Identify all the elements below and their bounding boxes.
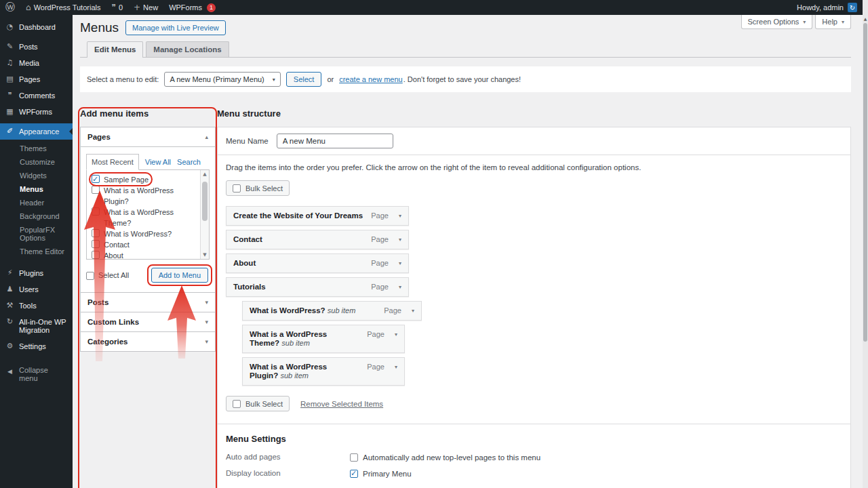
list-scrollbar-thumb[interactable] [202,182,208,221]
remove-selected-items-link[interactable]: Remove Selected Items [300,400,383,408]
checkbox[interactable] [92,229,100,237]
expand-item-icon[interactable]: ▾ [412,308,414,314]
checkbox-checked[interactable] [92,175,100,183]
sidebar-label: All-in-One WP Migration [19,318,67,334]
custom-links-accordion-header[interactable]: Custom Links ▾ [81,312,215,331]
menu-item-row[interactable]: Contact Page▾ [226,230,409,249]
posts-accordion: Posts ▾ [80,292,216,312]
display-location-control[interactable]: Primary Menu [350,469,412,478]
screen-options-label: Screen Options [748,18,800,26]
submenu-item-theme-editor[interactable]: Theme Editor [0,245,73,258]
tab-search[interactable]: Search [177,155,201,169]
sidebar-item-media[interactable]: ♫ Media [0,55,73,71]
sidebar-item-all-in-one-wp-migration[interactable]: ↻ All-in-One WP Migration [0,314,73,338]
select-all-control[interactable]: Select All [86,271,129,280]
menu-item-row[interactable]: Create the Website of Your Dreams Page▾ [226,206,409,226]
tab-most-recent[interactable]: Most Recent [86,154,139,170]
scrollbar-thumb[interactable] [863,23,867,342]
scroll-up-icon[interactable]: ▲ [863,16,868,21]
submenu-item-popularfx-options[interactable]: PopularFX Options [0,223,73,245]
checkbox[interactable] [92,251,100,259]
scroll-down-icon[interactable]: ▼ [203,252,206,258]
screen-options-button[interactable]: Screen Options ▾ [741,15,813,29]
select-menu-button[interactable]: Select [286,72,322,87]
sidebar-item-pages[interactable]: ▤ Pages [0,71,73,87]
create-new-menu-link[interactable]: create a new menu [339,75,403,83]
submenu-item-background[interactable]: Background [0,209,73,223]
menu-item-row[interactable]: Tutorials Page▾ [226,277,409,297]
sidebar-item-settings[interactable]: ⚙ Settings [0,338,73,354]
submenu-item-widgets[interactable]: Widgets [0,169,73,182]
expand-item-icon[interactable]: ▾ [399,260,401,266]
page-checkbox-item[interactable]: Sample Page [92,174,197,185]
menu-item-row-sub[interactable]: What is a WordPress Plugin? sub item Pag… [242,357,405,386]
posts-accordion-header[interactable]: Posts ▾ [81,293,215,312]
expand-item-icon[interactable]: ▾ [399,237,401,243]
menu-select-dropdown[interactable]: A new Menu (Primary Menu) ▾ [164,72,280,87]
sidebar-label: WPForms [19,108,52,116]
primary-menu-text: Primary Menu [363,470,412,478]
sidebar-collapse-menu[interactable]: ◀ Collapse menu [0,362,73,386]
wp-logo-menu[interactable]: Ⓦ [0,0,20,15]
menu-item-row[interactable]: About Page▾ [226,253,409,273]
sidebar-item-comments[interactable]: ❞ Comments [0,87,73,104]
sidebar-label: Comments [19,92,55,100]
page-checkbox-item[interactable]: Contact [92,239,197,250]
browser-scrollbar[interactable]: ▲ [863,0,868,488]
wpforms-notification-badge: 1 [207,3,216,12]
submenu-item-menus[interactable]: Menus [0,182,73,196]
menu-item-label: What is a WordPress Plugin? sub item [250,363,351,380]
menu-name-input[interactable] [277,134,393,148]
add-to-menu-button[interactable]: Add to Menu [151,268,208,283]
page-checkbox-item[interactable]: What is a WordPress Theme? [92,207,197,228]
help-button[interactable]: Help ▾ [815,15,851,29]
sidebar-item-wpforms[interactable]: ▦ WPForms [0,104,73,120]
page-checkbox-item[interactable]: What is a WordPress Plugin? [92,185,197,207]
page-checkbox-item[interactable]: About [92,250,197,260]
sidebar-item-appearance[interactable]: ✐ Appearance [0,123,73,140]
auto-add-pages-label: Auto add pages [226,453,350,461]
checkbox[interactable] [92,186,100,194]
sidebar-item-posts[interactable]: ✎ Posts [0,39,73,55]
checkbox[interactable] [92,207,100,216]
new-content-menu[interactable]: + New [128,0,163,15]
sidebar-item-users[interactable]: ♟ Users [0,281,73,298]
sidebar-item-plugins[interactable]: ⚡ Plugins [0,265,73,281]
menu-name-label: Menu Name [226,137,269,145]
checkbox[interactable] [92,240,100,248]
submenu-item-header[interactable]: Header [0,196,73,209]
pages-accordion-header[interactable]: Pages ▴ [81,127,215,147]
site-name-link[interactable]: ⌂ WordPress Tutorials [20,0,106,15]
primary-menu-checkbox-checked[interactable] [350,470,358,478]
scroll-up-icon[interactable]: ▲ [203,171,206,177]
auto-add-pages-control[interactable]: Automatically add new top-level pages to… [350,453,540,462]
sidebar-item-dashboard[interactable]: ◔ Dashboard [0,19,73,35]
expand-item-icon[interactable]: ▾ [395,331,397,338]
admin-sidebar: ◔ Dashboard ✎ Posts ♫ Media ▤ Pages ❞ Co… [0,15,73,488]
account-menu[interactable]: Howdy, admin ↻ [797,0,868,15]
expand-item-icon[interactable]: ▾ [399,284,401,290]
submenu-item-customize[interactable]: Customize [0,155,73,169]
expand-item-icon[interactable]: ▾ [399,213,401,219]
bulk-select-control-bottom[interactable]: Bulk Select [226,396,290,411]
tab-manage-locations[interactable]: Manage Locations [146,41,229,57]
tab-edit-menus[interactable]: Edit Menus [87,41,143,58]
select-all-checkbox[interactable] [86,272,94,280]
sidebar-item-tools[interactable]: ⚒ Tools [0,298,73,314]
categories-accordion-header[interactable]: Categories ▾ [81,332,215,351]
menu-item-row-sub[interactable]: What is a WordPress Theme? sub item Page… [242,325,405,353]
submenu-item-themes[interactable]: Themes [0,142,73,155]
pages-checklist: Sample Page What is a WordPress Plugin? … [86,169,210,260]
auto-add-checkbox[interactable] [350,453,358,462]
bulk-select-checkbox[interactable] [233,184,241,192]
expand-item-icon[interactable]: ▾ [395,364,397,370]
add-menu-items-panel: Add menu items Pages ▴ Most Recent View … [80,108,216,488]
bulk-select-control[interactable]: Bulk Select [226,180,290,196]
manage-live-preview-button[interactable]: Manage with Live Preview [125,20,226,35]
menu-item-row-sub[interactable]: What is WordPress? sub item Page▾ [242,301,422,321]
wpforms-menu[interactable]: WPForms 1 [163,0,221,15]
bulk-select-checkbox[interactable] [233,400,241,408]
comments-shortcut[interactable]: ❞ 0 [106,0,128,15]
tab-view-all[interactable]: View All [145,155,171,169]
page-checkbox-item[interactable]: What is WordPress? [92,228,197,239]
